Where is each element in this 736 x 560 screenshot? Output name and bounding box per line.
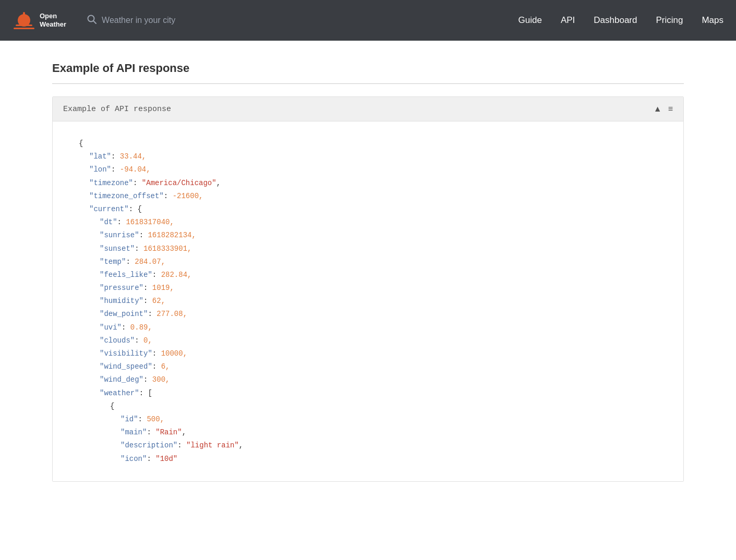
search-bar[interactable] <box>87 15 285 26</box>
sunrise-line: "sunrise": 1618282134, <box>79 229 657 242</box>
json-open-brace: { <box>79 137 657 150</box>
dt-line: "dt": 1618317040, <box>79 216 657 229</box>
humidity-line: "humidity": 62, <box>79 295 657 308</box>
temp-line: "temp": 284.07, <box>79 255 657 269</box>
code-container: Example of API response ▲ ≡ { "lat": 33.… <box>52 96 684 482</box>
description-line: "description": "light rain", <box>79 439 657 452</box>
collapse-icon[interactable]: ▲ <box>654 104 662 114</box>
timezone-line: "timezone": "America/Chicago", <box>79 177 657 190</box>
pressure-line: "pressure": 1019, <box>79 282 657 295</box>
code-body: { "lat": 33.44, "lon": -94.04, "timezone… <box>53 121 683 481</box>
nav-item-pricing[interactable]: Pricing <box>656 15 683 26</box>
wind-deg-line: "wind_deg": 300, <box>79 373 657 386</box>
icon-line: "icon": "10d" <box>79 453 657 466</box>
clouds-line: "clouds": 0, <box>79 334 657 347</box>
nav-item-api[interactable]: API <box>561 15 575 26</box>
nav-item-guide[interactable]: Guide <box>518 15 542 26</box>
nav: Guide API Dashboard Pricing Maps <box>518 15 724 26</box>
nav-item-dashboard[interactable]: Dashboard <box>594 15 637 26</box>
dew-point-line: "dew_point": 277.08, <box>79 308 657 321</box>
feels-like-line: "feels_like": 282.84, <box>79 269 657 282</box>
current-line: "current": { <box>79 203 657 216</box>
code-header-title: Example of API response <box>63 105 171 114</box>
main-content: Example of API response Example of API r… <box>0 41 736 503</box>
svg-rect-1 <box>23 12 25 15</box>
logo[interactable]: OpenWeather <box>13 9 66 32</box>
lon-line: "lon": -94.04, <box>79 163 657 176</box>
page-title: Example of API response <box>52 62 684 75</box>
svg-line-5 <box>93 21 96 23</box>
svg-rect-3 <box>14 28 34 29</box>
search-input[interactable] <box>102 16 285 25</box>
svg-rect-2 <box>16 25 32 26</box>
weather-line: "weather": [ <box>79 387 657 400</box>
menu-icon[interactable]: ≡ <box>668 104 673 114</box>
nav-item-maps[interactable]: Maps <box>702 15 723 26</box>
timezone-offset-line: "timezone_offset": -21600, <box>79 190 657 203</box>
visibility-line: "visibility": 10000, <box>79 347 657 360</box>
uvi-line: "uvi": 0.89, <box>79 321 657 334</box>
logo-icon <box>13 9 35 32</box>
logo-text: OpenWeather <box>40 12 66 28</box>
divider <box>52 83 684 84</box>
code-header: Example of API response ▲ ≡ <box>53 97 683 121</box>
weather-open: { <box>79 400 657 413</box>
lat-line: "lat": 33.44, <box>79 150 657 163</box>
wind-speed-line: "wind_speed": 6, <box>79 360 657 373</box>
search-icon <box>87 15 96 26</box>
code-header-icons: ▲ ≡ <box>654 104 673 114</box>
id-line: "id": 500, <box>79 413 657 426</box>
main-line: "main": "Rain", <box>79 426 657 439</box>
sunset-line: "sunset": 1618333901, <box>79 242 657 255</box>
header: OpenWeather Guide API Dashboard Pricing … <box>0 0 736 41</box>
